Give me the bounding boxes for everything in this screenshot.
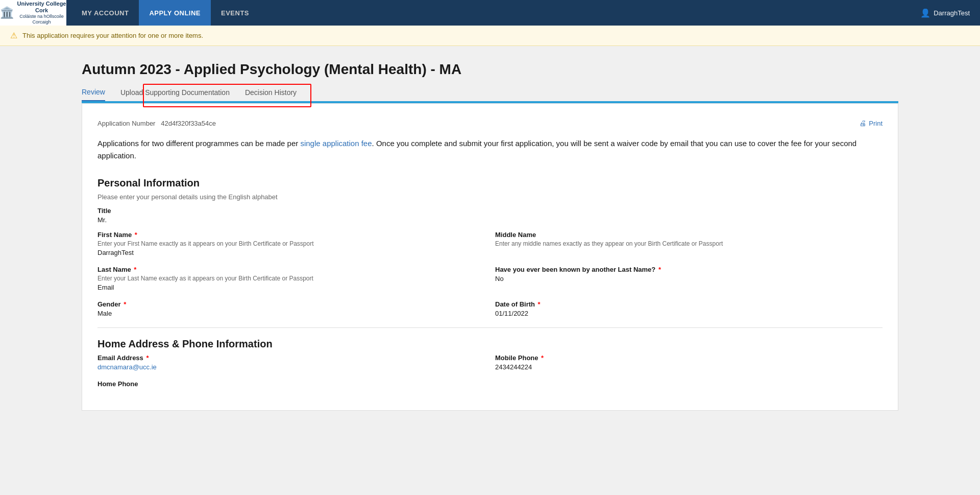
- contact-row: Email Address * dmcnamara@ucc.ie Mobile …: [97, 354, 883, 371]
- tab-review[interactable]: Review: [82, 88, 105, 101]
- gender-label: Gender *: [97, 300, 485, 308]
- nav-my-account[interactable]: MY ACCOUNT: [71, 0, 139, 26]
- home-address-title: Home Address & Phone Information: [97, 338, 883, 350]
- name-row: First Name * Enter your First Name exact…: [97, 231, 883, 256]
- alert-message: This application requires your attention…: [22, 32, 203, 39]
- mobile-value: 2434244224: [495, 363, 883, 371]
- alert-icon: ⚠: [10, 31, 17, 40]
- home-address-section: Home Address & Phone Information Email A…: [97, 338, 883, 388]
- mobile-required: *: [540, 354, 544, 362]
- nav-events[interactable]: EVENTS: [211, 0, 259, 26]
- last-name-field: Last Name * Enter your Last Name exactly…: [97, 266, 485, 291]
- logo-text: University College Cork: [17, 1, 66, 14]
- known-name-label: Have you ever been known by another Last…: [495, 266, 883, 273]
- section-divider: [97, 327, 883, 328]
- first-name-desc: Enter your First Name exactly as it appe…: [97, 240, 485, 247]
- app-number-value: 42d4f320f33a54ce: [161, 120, 216, 127]
- user-account[interactable]: 👤 DarraghTest: [920, 8, 980, 18]
- nav-links: MY ACCOUNT APPLY ONLINE EVENTS: [71, 0, 259, 26]
- print-icon: 🖨: [859, 119, 866, 127]
- first-name-field: First Name * Enter your First Name exact…: [97, 231, 485, 256]
- last-name-value: Email: [97, 284, 485, 291]
- page-title: Autumn 2023 - Applied Psychology (Mental…: [82, 61, 898, 78]
- known-name-field: Have you ever been known by another Last…: [495, 266, 883, 291]
- gender-value: Male: [97, 310, 485, 317]
- application-number: Application Number 42d4f320f33a54ce: [97, 120, 216, 127]
- info-text: Applications for two different programme…: [97, 137, 883, 162]
- tab-decision-history[interactable]: Decision History: [245, 88, 297, 101]
- home-phone-label: Home Phone: [97, 380, 883, 388]
- card-header: Application Number 42d4f320f33a54ce 🖨 Pr…: [97, 119, 883, 127]
- dob-value: 01/11/2022: [495, 310, 883, 317]
- title-field: Title Mr.: [97, 207, 883, 224]
- personal-info-title: Personal Information: [97, 177, 883, 189]
- tab-upload[interactable]: Upload Supporting Documentation: [120, 88, 230, 101]
- gender-dob-row: Gender * Male Date of Birth * 01/11/2022: [97, 300, 883, 317]
- email-label: Email Address *: [97, 354, 485, 362]
- dob-field: Date of Birth * 01/11/2022: [495, 300, 883, 317]
- email-required: *: [144, 354, 149, 362]
- personal-info-section: Personal Information Please enter your p…: [97, 177, 883, 317]
- email-field: Email Address * dmcnamara@ucc.ie: [97, 354, 485, 371]
- gender-field: Gender * Male: [97, 300, 485, 317]
- alert-banner: ⚠ This application requires your attenti…: [0, 26, 980, 46]
- gender-required: *: [122, 300, 127, 308]
- logo: 🏛️ University College Cork Coláiste na h…: [0, 0, 66, 26]
- email-value: dmcnamara@ucc.ie: [97, 363, 485, 371]
- navigation: 🏛️ University College Cork Coláiste na h…: [0, 0, 980, 26]
- logo-subtext: Coláiste na hOllscoile Corcaigh: [17, 14, 66, 25]
- nav-apply-online[interactable]: APPLY ONLINE: [139, 0, 211, 26]
- home-phone-field: Home Phone: [97, 380, 883, 388]
- title-value: Mr.: [97, 216, 883, 224]
- first-name-label: First Name *: [97, 231, 485, 239]
- first-name-value: DarraghTest: [97, 249, 485, 256]
- last-name-required: *: [132, 266, 137, 273]
- known-name-required: *: [656, 266, 661, 273]
- last-name-row: Last Name * Enter your Last Name exactly…: [97, 266, 883, 291]
- print-button[interactable]: 🖨 Print: [859, 119, 883, 127]
- user-icon: 👤: [920, 8, 930, 18]
- mobile-label: Mobile Phone *: [495, 354, 883, 362]
- print-label: Print: [869, 120, 883, 127]
- title-label: Title: [97, 207, 883, 215]
- middle-name-label: Middle Name: [495, 231, 883, 239]
- app-number-label: Application Number: [97, 120, 155, 127]
- application-card: Application Number 42d4f320f33a54ce 🖨 Pr…: [82, 103, 898, 411]
- last-name-label: Last Name *: [97, 266, 485, 273]
- last-name-desc: Enter your Last Name exactly as it appea…: [97, 275, 485, 282]
- username: DarraghTest: [934, 9, 970, 17]
- first-name-required: *: [133, 231, 137, 239]
- middle-name-field: Middle Name Enter any middle names exact…: [495, 231, 883, 256]
- info-text-link: single application fee: [300, 139, 372, 148]
- mobile-field: Mobile Phone * 2434244224: [495, 354, 883, 371]
- dob-required: *: [536, 300, 541, 308]
- logo-icon: 🏛️: [0, 6, 14, 19]
- personal-info-subtitle: Please enter your personal details using…: [97, 193, 883, 201]
- known-name-value: No: [495, 275, 883, 282]
- middle-name-desc: Enter any middle names exactly as they a…: [495, 240, 883, 247]
- dob-label: Date of Birth *: [495, 300, 883, 308]
- main-content: Autumn 2023 - Applied Psychology (Mental…: [0, 46, 980, 426]
- tabs-container: Review Upload Supporting Documentation D…: [82, 88, 898, 101]
